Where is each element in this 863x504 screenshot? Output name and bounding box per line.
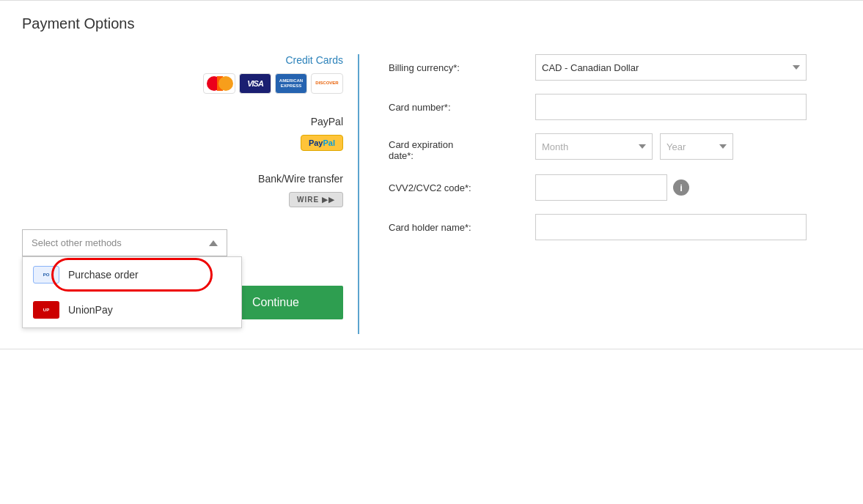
card-holder-label: Card holder name*: [389, 222, 535, 233]
page-title: Payment Options [22, 15, 841, 32]
expiry-selects: Month JanuaryFebruaryMarch AprilMayJune … [535, 133, 733, 160]
wire-icon[interactable]: WIRE ▶▶ [289, 192, 343, 207]
cvv-label: CVV2/CVC2 code*: [389, 182, 535, 193]
credit-cards-section: Credit Cards VISA AMERICANEXPRES [22, 54, 358, 94]
cvv-info-icon[interactable]: i [673, 179, 689, 196]
card-number-input[interactable] [535, 94, 807, 120]
right-panel: Billing currency*: CAD - Canadian Dollar… [359, 54, 841, 334]
card-number-label: Card number*: [389, 102, 535, 113]
discover-icon: DISCOVER [311, 73, 343, 94]
cvv-row: CVV2/CVC2 code*: i [389, 174, 841, 201]
dropdown-arrow-up-icon [209, 240, 218, 246]
billing-currency-row: Billing currency*: CAD - Canadian Dollar [389, 54, 841, 81]
bank-wire-section: Bank/Wire transfer WIRE ▶▶ [22, 173, 358, 207]
expiry-label: Card expiration date*: [389, 133, 535, 161]
card-number-row: Card number*: [389, 94, 841, 120]
expiry-row: Card expiration date*: Month JanuaryFebr… [389, 133, 841, 161]
unionpay-label: UnionPay [68, 304, 113, 316]
select-other-methods-container: Select other methods PO Purchase order [22, 229, 343, 256]
billing-currency-label: Billing currency*: [389, 62, 535, 73]
visa-icon: VISA [239, 73, 271, 94]
paypal-section: PayPal PayPal [22, 116, 358, 151]
purchase-order-icon: PO [33, 266, 59, 284]
dropdown-item-purchase-order[interactable]: PO Purchase order [23, 257, 241, 292]
dropdown-menu: PO Purchase order UP UnionPay [22, 256, 242, 328]
bank-wire-label: Bank/Wire transfer [22, 173, 343, 185]
main-layout: Credit Cards VISA AMERICANEXPRES [22, 54, 841, 334]
unionpay-icon: UP [33, 301, 59, 319]
paypal-icon[interactable]: PayPal [301, 135, 343, 151]
mastercard-icon [203, 73, 235, 94]
amex-icon: AMERICANEXPRESS [275, 73, 307, 94]
year-select[interactable]: Year 202420252026 2027202820292030 [660, 133, 733, 160]
paypal-label: PayPal [22, 116, 343, 127]
dropdown-item-unionpay[interactable]: UP UnionPay [23, 292, 241, 327]
card-holder-row: Card holder name*: [389, 214, 841, 240]
card-holder-input[interactable] [535, 214, 807, 240]
page-container: Payment Options Credit Cards [0, 0, 863, 349]
left-panel: Credit Cards VISA AMERICANEXPRES [22, 54, 359, 334]
credit-cards-label: Credit Cards [22, 54, 343, 66]
cvv-input[interactable] [535, 174, 667, 201]
select-other-methods-dropdown[interactable]: Select other methods [22, 229, 227, 256]
card-icons: VISA AMERICANEXPRESS DISCOVER [22, 73, 343, 94]
purchase-order-label: Purchase order [68, 269, 139, 281]
month-select[interactable]: Month JanuaryFebruaryMarch AprilMayJune … [535, 133, 653, 160]
billing-currency-select[interactable]: CAD - Canadian Dollar [535, 54, 807, 81]
select-other-methods-label: Select other methods [32, 237, 122, 248]
